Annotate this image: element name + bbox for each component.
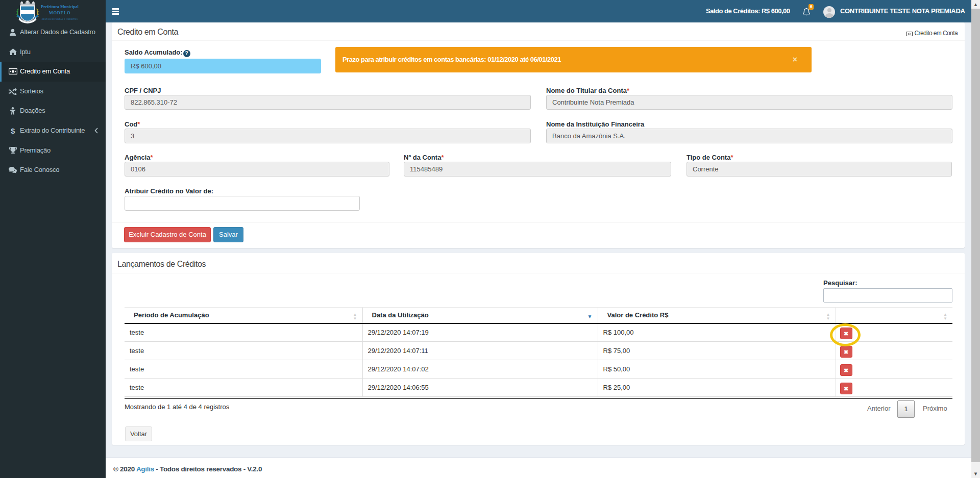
svg-text:GESTÃO DE NOTAS E CRÉDITOS: GESTÃO DE NOTAS E CRÉDITOS [42,18,78,20]
svg-text:MODELO: MODELO [49,10,70,15]
svg-text:Prefeitura Municipal: Prefeitura Municipal [41,5,79,9]
